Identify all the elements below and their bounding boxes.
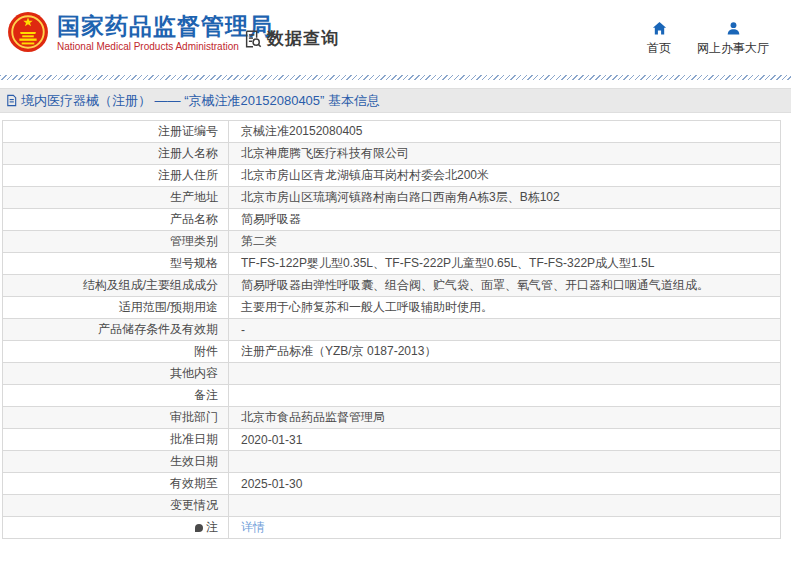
document-search-icon	[243, 29, 263, 49]
agency-title: 国家药品监督管理局	[57, 13, 273, 39]
data-query-entry[interactable]: 数据查询	[243, 27, 339, 50]
row-value: 详情	[229, 517, 781, 539]
table-row: 有效期至2025-01-30	[3, 473, 781, 495]
row-value: 简易呼吸器由弹性呼吸囊、组合阀、贮气袋、面罩、氧气管、开口器和口咽通气道组成。	[229, 275, 781, 297]
table-row: 其他内容	[3, 363, 781, 385]
table-row: 型号规格TF-FS-122P婴儿型0.35L、TF-FS-222P儿童型0.65…	[3, 253, 781, 275]
row-value: 北京市食品药品监督管理局	[229, 407, 781, 429]
row-value: 2020-01-31	[229, 429, 781, 451]
row-value: 北京市房山区琉璃河镇路村南白路口西南角A栋3层、B栋102	[229, 187, 781, 209]
data-query-label: 数据查询	[267, 27, 339, 50]
nav-item-service-hall[interactable]: 网上办事大厅	[697, 21, 769, 57]
row-value	[229, 495, 781, 517]
table-row: 注册人名称北京神鹿腾飞医疗科技有限公司	[3, 143, 781, 165]
table-row: 结构及组成/主要组成成分简易呼吸器由弹性呼吸囊、组合阀、贮气袋、面罩、氧气管、开…	[3, 275, 781, 297]
document-icon	[5, 94, 18, 107]
national-emblem-logo	[7, 11, 49, 53]
nav-home-label: 首页	[647, 40, 671, 57]
table-row: 注详情	[3, 517, 781, 539]
table-row: 管理类别第二类	[3, 231, 781, 253]
row-label: 生效日期	[3, 451, 229, 473]
row-value: 主要用于心肺复苏和一般人工呼吸辅助时使用。	[229, 297, 781, 319]
row-value: 京械注准20152080405	[229, 121, 781, 143]
breadcrumb: 境内医疗器械（注册） —— “京械注准20152080405” 基本信息	[0, 88, 791, 113]
row-label: 适用范围/预期用途	[3, 297, 229, 319]
row-label: 产品名称	[3, 209, 229, 231]
row-label: 变更情况	[3, 495, 229, 517]
row-value: 北京市房山区青龙湖镇庙耳岗村村委会北200米	[229, 165, 781, 187]
row-label: 管理类别	[3, 231, 229, 253]
agency-title-block: 国家药品监督管理局 National Medical Products Admi…	[57, 13, 273, 52]
info-table-body: 注册证编号京械注准20152080405注册人名称北京神鹿腾飞医疗科技有限公司注…	[3, 121, 781, 539]
note-icon	[195, 524, 203, 532]
table-row: 批准日期2020-01-31	[3, 429, 781, 451]
row-label: 其他内容	[3, 363, 229, 385]
row-label: 结构及组成/主要组成成分	[3, 275, 229, 297]
agency-brand: 国家药品监督管理局 National Medical Products Admi…	[7, 11, 273, 53]
breadcrumb-text: 境内医疗器械（注册） —— “京械注准20152080405” 基本信息	[21, 92, 380, 110]
row-value: 注册产品标准（YZB/京 0187-2013）	[229, 341, 781, 363]
table-row: 适用范围/预期用途主要用于心肺复苏和一般人工呼吸辅助时使用。	[3, 297, 781, 319]
row-label: 附件	[3, 341, 229, 363]
row-value	[229, 363, 781, 385]
home-icon	[652, 21, 667, 36]
row-label: 产品储存条件及有效期	[3, 319, 229, 341]
person-icon	[726, 21, 741, 36]
registration-info-table: 注册证编号京械注准20152080405注册人名称北京神鹿腾飞医疗科技有限公司注…	[2, 120, 781, 539]
row-value: TF-FS-122P婴儿型0.35L、TF-FS-222P儿童型0.65L、TF…	[229, 253, 781, 275]
row-label: 型号规格	[3, 253, 229, 275]
table-row: 附件注册产品标准（YZB/京 0187-2013）	[3, 341, 781, 363]
table-row: 生效日期	[3, 451, 781, 473]
table-row: 注册证编号京械注准20152080405	[3, 121, 781, 143]
top-nav: 首页 网上办事大厅	[647, 21, 769, 57]
table-row: 注册人住所北京市房山区青龙湖镇庙耳岗村村委会北200米	[3, 165, 781, 187]
row-value	[229, 385, 781, 407]
table-row: 产品储存条件及有效期-	[3, 319, 781, 341]
table-row: 产品名称简易呼吸器	[3, 209, 781, 231]
row-value	[229, 451, 781, 473]
row-label: 注	[3, 517, 229, 539]
striped-divider	[0, 75, 791, 80]
nav-service-hall-label: 网上办事大厅	[697, 40, 769, 57]
table-row: 审批部门北京市食品药品监督管理局	[3, 407, 781, 429]
nav-item-home[interactable]: 首页	[647, 21, 671, 57]
table-row: 变更情况	[3, 495, 781, 517]
row-label: 备注	[3, 385, 229, 407]
row-label: 注册人名称	[3, 143, 229, 165]
row-label: 注册人住所	[3, 165, 229, 187]
row-label: 审批部门	[3, 407, 229, 429]
row-label: 生产地址	[3, 187, 229, 209]
row-value: 简易呼吸器	[229, 209, 781, 231]
site-header: 国家药品监督管理局 National Medical Products Admi…	[0, 0, 791, 75]
row-label: 注册证编号	[3, 121, 229, 143]
table-row: 生产地址北京市房山区琉璃河镇路村南白路口西南角A栋3层、B栋102	[3, 187, 781, 209]
row-label: 有效期至	[3, 473, 229, 495]
row-value: -	[229, 319, 781, 341]
agency-subtitle: National Medical Products Administration	[57, 41, 273, 52]
row-value: 北京神鹿腾飞医疗科技有限公司	[229, 143, 781, 165]
row-label: 批准日期	[3, 429, 229, 451]
table-row: 备注	[3, 385, 781, 407]
row-value: 第二类	[229, 231, 781, 253]
row-value: 2025-01-30	[229, 473, 781, 495]
detail-link[interactable]: 详情	[241, 520, 265, 534]
